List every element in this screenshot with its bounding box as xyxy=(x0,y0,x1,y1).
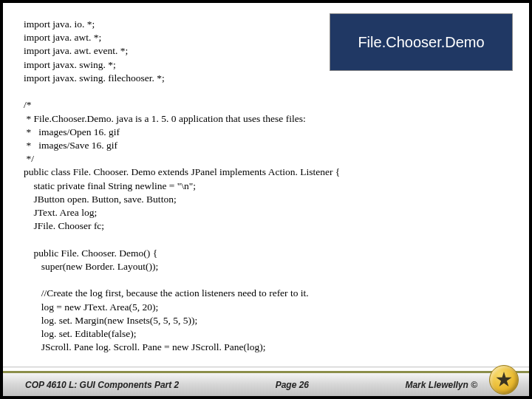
footer-author: Mark Llewellyn © xyxy=(405,380,477,390)
footer: COP 4610 L: GUI Components Part 2 Page 2… xyxy=(3,366,529,396)
ucf-logo-icon xyxy=(489,365,519,395)
footer-bar: COP 4610 L: GUI Components Part 2 Page 2… xyxy=(3,371,529,396)
slide: File.Chooser.Demo import java. io. *; im… xyxy=(3,3,529,396)
slide-content: File.Chooser.Demo import java. io. *; im… xyxy=(3,3,529,366)
pegasus-icon xyxy=(496,372,512,388)
footer-page: Page 26 xyxy=(276,380,309,390)
title-box: File.Chooser.Demo xyxy=(330,13,513,71)
slide-title: File.Chooser.Demo xyxy=(358,34,484,51)
footer-separator xyxy=(3,366,529,368)
footer-left: COP 4610 L: GUI Components Part 2 xyxy=(25,380,179,390)
